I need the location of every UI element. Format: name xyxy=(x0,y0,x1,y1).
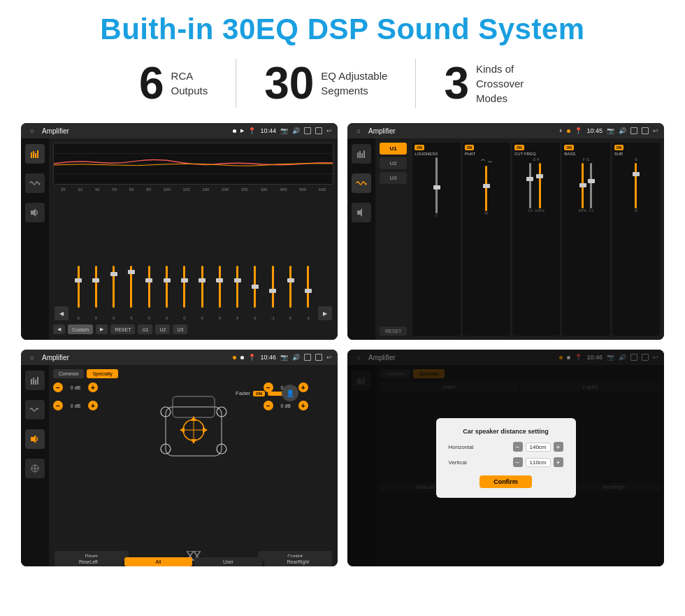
home-icon-2[interactable]: ⌂ xyxy=(353,125,364,136)
svg-rect-14 xyxy=(33,378,34,385)
play-icon[interactable]: ▶ xyxy=(240,128,244,134)
eq-sidebar xyxy=(21,138,49,340)
camera-icon-2[interactable]: 📷 xyxy=(607,127,614,134)
eq-slider-6[interactable]: 0 xyxy=(159,266,174,320)
cross-sidebar-eq[interactable] xyxy=(352,144,371,164)
stats-row: 6 RCA Outputs 30 EQ Adjustable Segments … xyxy=(21,59,664,108)
camera-icon[interactable]: 📷 xyxy=(280,127,288,134)
pause-icon: ⏸ xyxy=(558,129,563,133)
fader-sidebar-speaker[interactable] xyxy=(25,429,45,449)
db-plus-2[interactable]: + xyxy=(88,401,98,410)
eq-u3-btn[interactable]: U3 xyxy=(173,324,187,334)
eq-slider-2[interactable]: 0 xyxy=(88,266,103,320)
rear-buttons: RearLeft All User RearRight xyxy=(55,557,332,566)
screenshots-grid: ⌂ Amplifier ▶ 📍 10:44 📷 🔊 ↩ xyxy=(21,123,664,566)
eq-slider-13[interactable]: 0 xyxy=(282,266,298,320)
eq-sidebar-speaker[interactable] xyxy=(25,203,45,222)
preset-u2-btn[interactable]: U2 xyxy=(380,157,407,169)
cross-sidebar-wave[interactable] xyxy=(352,173,371,193)
fader-sidebar-wave[interactable] xyxy=(25,400,45,420)
db-row-4: − 0 dB + xyxy=(264,401,333,410)
db-minus-2[interactable]: − xyxy=(53,401,63,410)
eq-slider-1[interactable]: 0 xyxy=(71,266,86,320)
svg-rect-1 xyxy=(33,151,34,158)
all-btn[interactable]: All xyxy=(124,557,192,566)
signal-icon xyxy=(315,127,322,134)
eq-slider-12[interactable]: -1 xyxy=(265,266,280,320)
eq-slider-4[interactable]: 5 xyxy=(124,266,139,320)
fader-on-badge[interactable]: ON xyxy=(253,391,265,396)
svg-rect-8 xyxy=(357,152,359,158)
horizontal-minus-btn[interactable]: − xyxy=(513,442,523,452)
svg-rect-16 xyxy=(37,377,38,385)
db-plus-3[interactable]: + xyxy=(298,382,308,392)
eq-slider-8[interactable]: 0 xyxy=(194,266,210,320)
eq-prev-btn[interactable]: ◀ xyxy=(55,306,68,320)
horizontal-plus-btn[interactable]: + xyxy=(554,442,563,452)
home-icon-3[interactable]: ⌂ xyxy=(27,352,38,363)
eq-buttons: ◀ Custom ▶ RESET U1 U2 U3 xyxy=(53,323,333,336)
eq-prev-track-btn[interactable]: ◀ xyxy=(53,324,65,334)
db-minus-4[interactable]: − xyxy=(264,401,273,410)
vertical-plus-btn[interactable]: + xyxy=(554,457,563,467)
sub-on-badge[interactable]: ON xyxy=(614,145,624,150)
eq-screen-card: ⌂ Amplifier ▶ 📍 10:44 📷 🔊 ↩ xyxy=(21,123,338,340)
eq-slider-11[interactable]: 0 xyxy=(247,266,263,320)
rear-right-btn[interactable]: RearRight xyxy=(264,557,332,566)
db-plus-4[interactable]: + xyxy=(298,401,308,410)
status-dot-play xyxy=(233,129,236,133)
back-icon-3[interactable]: ↩ xyxy=(326,354,332,361)
freq-200: 200 xyxy=(222,187,229,192)
rear-left-btn[interactable]: RearLeft xyxy=(55,557,122,566)
home-icon[interactable]: ⌂ xyxy=(27,125,38,136)
volume-icon-2[interactable]: 🔊 xyxy=(619,127,626,134)
loudness-on-badge[interactable]: ON xyxy=(414,145,424,150)
eq-slider-7[interactable]: 0 xyxy=(177,266,192,320)
eq-next-btn[interactable]: ▶ xyxy=(318,306,332,320)
module-sub: ON SUB G 20 xyxy=(612,143,660,336)
bass-on-badge[interactable]: ON xyxy=(564,145,574,150)
back-icon-2[interactable]: ↩ xyxy=(653,127,658,134)
volume-icon[interactable]: 🔊 xyxy=(292,127,300,134)
user-btn[interactable]: User xyxy=(194,557,262,566)
horizontal-control: − 140cm + xyxy=(513,442,563,452)
eq-slider-5[interactable]: 0 xyxy=(141,266,157,320)
back-icon[interactable]: ↩ xyxy=(326,127,332,134)
stat-rca-label: RCA Outputs xyxy=(171,69,208,98)
eq-u1-btn[interactable]: U1 xyxy=(138,324,152,334)
db-minus-1[interactable]: − xyxy=(53,382,63,392)
fader-tab-specialty[interactable]: Specialty xyxy=(87,369,117,378)
preset-u1-btn[interactable]: U1 xyxy=(380,143,407,155)
svg-rect-11 xyxy=(363,150,365,158)
crossover-time: 10:45 xyxy=(586,127,603,134)
preset-u3-btn[interactable]: U3 xyxy=(380,172,407,184)
crossover-main-area: U1 U2 U3 RESET ON LOUDNESS xyxy=(375,138,664,340)
eq-next-track-btn[interactable]: ▶ xyxy=(96,324,108,334)
cross-sidebar-speaker[interactable] xyxy=(352,203,371,222)
eq-slider-3[interactable]: 0 xyxy=(106,266,122,320)
eq-u2-btn[interactable]: U2 xyxy=(155,324,170,334)
eq-sidebar-wave[interactable] xyxy=(25,173,45,193)
eq-sidebar-eq[interactable] xyxy=(25,144,45,164)
eq-slider-14[interactable]: -1 xyxy=(301,266,316,320)
eq-custom-btn[interactable]: Custom xyxy=(68,324,93,334)
fader-tab-common[interactable]: Common xyxy=(53,369,84,378)
phat-on-badge[interactable]: ON xyxy=(465,145,475,150)
svg-rect-15 xyxy=(35,380,36,385)
eq-slider-9[interactable]: 0 xyxy=(212,266,227,320)
eq-reset-btn[interactable]: RESET xyxy=(110,324,135,334)
location-icon-2: 📍 xyxy=(575,127,582,134)
vertical-minus-btn[interactable]: − xyxy=(513,457,523,467)
stat-crossover-label: Kinds of Crossover Modes xyxy=(476,62,546,106)
eq-slider-10[interactable]: 0 xyxy=(230,266,245,320)
db-plus-1[interactable]: + xyxy=(88,382,98,392)
module-bass: ON BASS FG 90Hz 3.0 xyxy=(562,143,610,336)
volume-icon-3[interactable]: 🔊 xyxy=(292,354,300,361)
freq-40: 40 xyxy=(95,187,100,192)
crossover-reset-btn[interactable]: RESET xyxy=(380,327,407,336)
cutfreq-on-badge[interactable]: ON xyxy=(514,145,524,150)
fader-sidebar-eq[interactable] xyxy=(25,371,45,390)
confirm-button[interactable]: Confirm xyxy=(480,475,532,488)
fader-sidebar-balance[interactable] xyxy=(25,459,45,478)
camera-icon-3[interactable]: 📷 xyxy=(280,354,288,361)
